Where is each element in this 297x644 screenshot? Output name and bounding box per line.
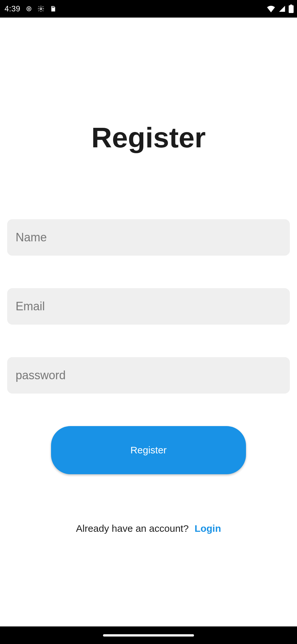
voice-icon — [26, 6, 32, 12]
svg-rect-6 — [289, 5, 293, 13]
svg-rect-3 — [52, 7, 53, 7]
login-row: Already have an account? Login — [76, 523, 221, 534]
svg-point-1 — [27, 7, 31, 11]
email-field[interactable] — [7, 288, 290, 325]
name-field[interactable] — [7, 219, 290, 256]
signal-icon — [278, 5, 286, 12]
status-time: 4:39 — [5, 4, 20, 13]
svg-rect-4 — [53, 7, 54, 7]
svg-point-2 — [40, 8, 42, 10]
app-content: Register Register Already have an accoun… — [0, 18, 297, 626]
password-field[interactable] — [7, 357, 290, 394]
device-frame: 4:39 — [0, 0, 297, 644]
svg-rect-7 — [290, 5, 292, 6]
battery-icon — [289, 5, 294, 13]
gear-icon — [37, 5, 45, 12]
already-have-account-text: Already have an account? — [76, 523, 189, 534]
register-button[interactable]: Register — [51, 426, 246, 474]
status-bar: 4:39 — [0, 0, 297, 18]
status-bar-left: 4:39 — [5, 4, 56, 13]
status-bar-right — [266, 5, 294, 13]
wifi-icon — [266, 5, 276, 12]
login-link[interactable]: Login — [195, 523, 221, 534]
sd-card-icon — [50, 5, 56, 12]
nav-bar — [0, 626, 297, 644]
nav-home-pill[interactable] — [103, 634, 194, 637]
svg-rect-5 — [54, 7, 54, 7]
page-title: Register — [91, 121, 206, 154]
svg-point-0 — [28, 8, 30, 10]
